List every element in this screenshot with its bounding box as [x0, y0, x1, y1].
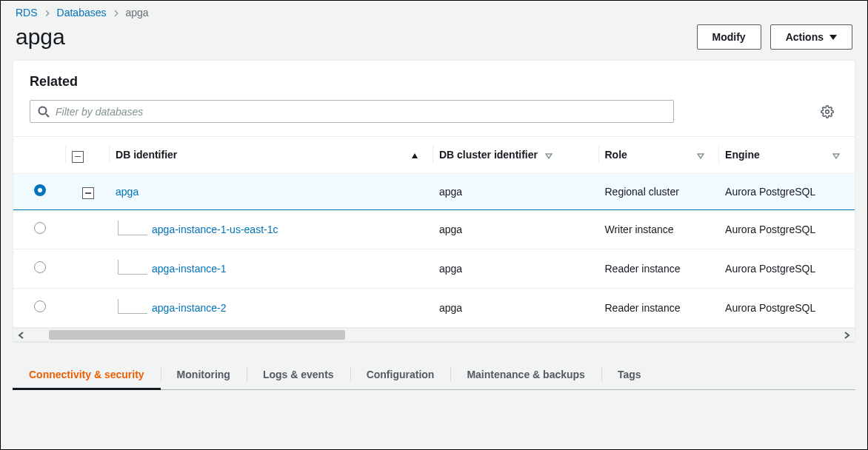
- settings-button[interactable]: [821, 105, 838, 118]
- search-box[interactable]: [30, 100, 674, 123]
- table-row[interactable]: apga-instance-1-us-east-1c apga Writer i…: [13, 209, 855, 249]
- horizontal-scrollbar[interactable]: [13, 328, 855, 341]
- tab-configuration[interactable]: Configuration: [350, 360, 451, 389]
- db-cluster-cell: apga: [433, 209, 599, 249]
- row-radio[interactable]: [34, 300, 46, 312]
- breadcrumb-current: apga: [126, 7, 149, 19]
- tab-monitoring[interactable]: Monitoring: [161, 360, 247, 389]
- column-db-cluster-identifier[interactable]: DB cluster identifier: [433, 137, 599, 173]
- table-header-row: DB identifier DB cluster identifier: [13, 137, 855, 173]
- table-row[interactable]: apga-instance-1 apga Reader instance Aur…: [13, 249, 855, 288]
- tree-branch-icon: [118, 260, 147, 275]
- databases-table: DB identifier DB cluster identifier: [13, 136, 855, 341]
- tab-maintenance-backups[interactable]: Maintenance & backups: [450, 360, 601, 389]
- tab-connectivity-security[interactable]: Connectivity & security: [13, 360, 161, 389]
- column-role[interactable]: Role: [599, 137, 720, 173]
- column-db-identifier[interactable]: DB identifier: [110, 137, 433, 173]
- db-identifier-link[interactable]: apga-instance-1-us-east-1c: [152, 224, 278, 235]
- gear-icon: [821, 105, 834, 117]
- row-radio[interactable]: [34, 184, 46, 196]
- column-db-identifier-label: DB identifier: [116, 149, 177, 161]
- filter-icon: [545, 149, 552, 161]
- breadcrumb-section[interactable]: Databases: [57, 7, 107, 19]
- actions-button[interactable]: Actions: [770, 24, 852, 50]
- sort-asc-icon: [411, 149, 418, 161]
- svg-point-1: [826, 110, 829, 114]
- column-engine-label: Engine: [725, 149, 760, 161]
- detail-tabs: Connectivity & security Monitoring Logs …: [13, 360, 855, 390]
- row-radio[interactable]: [34, 261, 46, 273]
- engine-cell: Aurora PostgreSQL: [719, 173, 855, 209]
- caret-down-icon: [829, 31, 837, 43]
- filter-icon: [697, 149, 704, 161]
- column-role-label: Role: [605, 149, 627, 161]
- scroll-left-icon[interactable]: [13, 329, 30, 340]
- filter-icon: [832, 149, 840, 161]
- engine-cell: Aurora PostgreSQL: [719, 288, 855, 327]
- table-row[interactable]: apga-instance-2 apga Reader instance Aur…: [13, 288, 855, 327]
- search-input[interactable]: [56, 106, 666, 118]
- collapse-icon[interactable]: [82, 187, 94, 199]
- page-header: apga Modify Actions: [1, 21, 867, 60]
- db-identifier-link[interactable]: apga-instance-1: [152, 263, 226, 275]
- filter-row: [13, 100, 855, 136]
- search-icon: [38, 105, 50, 118]
- tab-tags[interactable]: Tags: [601, 360, 658, 389]
- panel-title: Related: [13, 61, 855, 100]
- scrollbar-thumb[interactable]: [49, 330, 345, 340]
- collapse-icon: [72, 151, 84, 163]
- column-expand-all[interactable]: [66, 137, 110, 173]
- engine-cell: Aurora PostgreSQL: [719, 209, 855, 249]
- role-cell: Writer instance: [599, 209, 720, 249]
- role-cell: Reader instance: [599, 288, 720, 327]
- db-identifier-link[interactable]: apga-instance-2: [152, 302, 226, 314]
- breadcrumb: RDS Databases apga: [1, 1, 867, 21]
- chevron-right-icon: [44, 7, 51, 19]
- table-row[interactable]: apga apga Regional cluster Aurora Postgr…: [13, 173, 855, 209]
- column-db-cluster-identifier-label: DB cluster identifier: [439, 149, 538, 161]
- db-cluster-cell: apga: [433, 173, 599, 209]
- svg-point-0: [39, 107, 47, 115]
- actions-button-label: Actions: [786, 31, 824, 43]
- breadcrumb-root[interactable]: RDS: [16, 7, 38, 19]
- tree-branch-icon: [118, 299, 147, 314]
- role-cell: Regional cluster: [599, 173, 720, 209]
- tab-logs-events[interactable]: Logs & events: [247, 360, 350, 389]
- row-radio[interactable]: [34, 222, 46, 234]
- related-panel: Related: [13, 60, 855, 342]
- page-title: apga: [16, 24, 65, 50]
- role-cell: Reader instance: [599, 249, 720, 288]
- db-identifier-link[interactable]: apga: [116, 186, 138, 198]
- column-engine[interactable]: Engine: [719, 137, 855, 173]
- db-cluster-cell: apga: [433, 288, 599, 327]
- chevron-right-icon: [113, 7, 120, 19]
- db-cluster-cell: apga: [433, 249, 599, 288]
- header-actions: Modify Actions: [697, 24, 852, 50]
- engine-cell: Aurora PostgreSQL: [719, 249, 855, 288]
- modify-button[interactable]: Modify: [697, 24, 761, 50]
- column-select: [13, 137, 66, 173]
- scroll-right-icon[interactable]: [838, 329, 855, 340]
- tree-branch-icon: [118, 221, 147, 235]
